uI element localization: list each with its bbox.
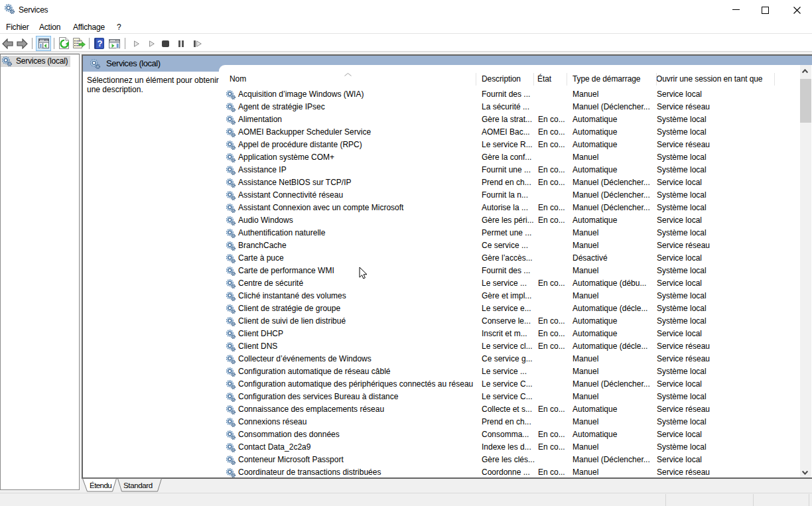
svg-text:?: ? [98,38,103,48]
